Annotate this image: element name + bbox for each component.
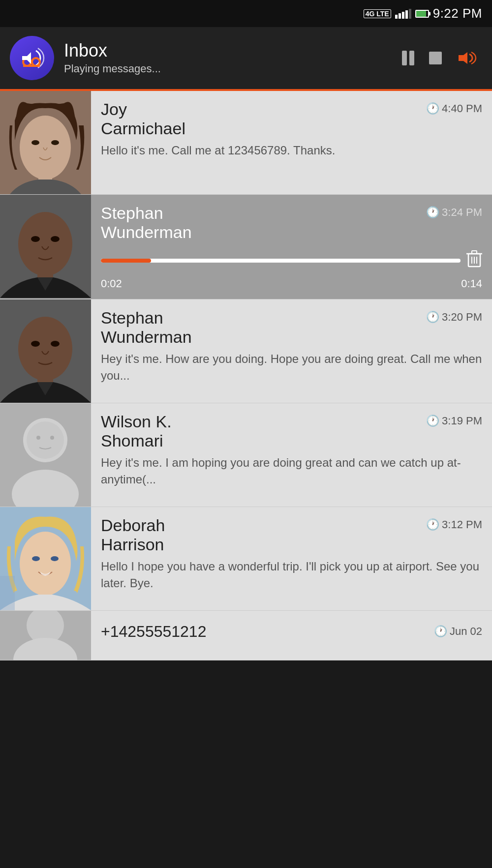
- playback-controls: [402, 49, 477, 67]
- current-time: 0:02: [101, 277, 122, 290]
- trash-icon: [466, 250, 482, 268]
- battery-icon: [415, 10, 429, 18]
- contact-photo: [0, 611, 91, 660]
- status-bar: 4G LTE 9:22 PM: [0, 0, 492, 27]
- svg-point-28: [27, 421, 64, 459]
- inbox-title: Inbox: [64, 41, 392, 60]
- sender-name: Wilson K.Shomari: [101, 412, 426, 450]
- svg-marker-4: [459, 52, 467, 64]
- unknown-avatar: [0, 611, 91, 660]
- message-content: DeborahHarrison 🕐 3:12 PM Hello I hope y…: [91, 507, 492, 610]
- sender-name: StephanWunderman: [101, 204, 426, 242]
- message-preview: Hello I hope you have a wonderful trip. …: [101, 558, 482, 591]
- playback-track[interactable]: [101, 259, 461, 263]
- message-time: 🕐 3:24 PM: [426, 206, 482, 219]
- signal-icon: [395, 9, 411, 19]
- message-item[interactable]: StephanWunderman 🕐 3:20 PM Hey it's me. …: [0, 299, 492, 403]
- svg-point-13: [51, 236, 60, 242]
- message-content: +14255551212 🕐 Jun 02: [91, 611, 492, 660]
- message-preview: Hello it's me. Call me at 123456789. Tha…: [101, 142, 482, 159]
- clock-icon: 🕐: [434, 625, 447, 638]
- svg-point-12: [31, 236, 40, 242]
- clock-icon: 🕐: [426, 311, 439, 324]
- sender-name: DeborahHarrison: [101, 516, 426, 554]
- message-preview: Hey it's me. I am hoping you are doing g…: [101, 454, 482, 487]
- sender-name: StephanWunderman: [101, 308, 426, 347]
- playback-progress: [101, 259, 151, 263]
- total-time: 0:14: [461, 277, 482, 290]
- svg-point-36: [51, 556, 59, 561]
- svg-rect-17: [472, 251, 477, 254]
- stephan-avatar-2: [0, 299, 91, 403]
- clock-icon: 🕐: [426, 518, 439, 531]
- contact-photo: [0, 91, 91, 194]
- message-content: Wilson K.Shomari 🕐 3:19 PM Hey it's me. …: [91, 403, 492, 507]
- svg-rect-38: [0, 576, 15, 610]
- message-list: JoyCarmichael 🕐 4:40 PM Hello it's me. C…: [0, 91, 492, 660]
- sender-name: +14255551212: [101, 623, 434, 641]
- svg-point-23: [31, 341, 40, 347]
- sender-name: JoyCarmichael: [101, 100, 426, 138]
- playing-subtitle: Playing messages...: [64, 62, 392, 75]
- wilson-avatar: [0, 403, 91, 507]
- delete-button[interactable]: [466, 250, 482, 271]
- message-content: JoyCarmichael 🕐 4:40 PM Hello it's me. C…: [91, 91, 492, 194]
- deborah-avatar: [0, 507, 91, 610]
- playback-times: 0:02 0:14: [101, 277, 482, 290]
- status-time: 9:22 PM: [433, 6, 482, 21]
- message-time: 🕐 Jun 02: [434, 625, 482, 638]
- contact-photo: [0, 403, 91, 507]
- app-logo: [10, 36, 54, 80]
- stop-button[interactable]: [429, 52, 442, 64]
- svg-point-35: [32, 556, 40, 561]
- pause-button[interactable]: [402, 51, 414, 65]
- svg-point-31: [36, 436, 40, 440]
- message-item[interactable]: JoyCarmichael 🕐 4:40 PM Hello it's me. C…: [0, 91, 492, 195]
- clock-icon: 🕐: [426, 415, 439, 427]
- voicemail-logo-icon: [17, 43, 47, 73]
- clock-icon: 🕐: [426, 206, 439, 219]
- message-preview: Hey it's me. How are you doing. Hope you…: [101, 351, 482, 384]
- svg-point-7: [31, 140, 39, 145]
- svg-point-8: [51, 140, 59, 145]
- message-content: StephanWunderman 🕐 3:20 PM Hey it's me. …: [91, 299, 492, 403]
- toolbar-title: Inbox Playing messages...: [64, 41, 392, 75]
- message-item[interactable]: DeborahHarrison 🕐 3:12 PM Hello I hope y…: [0, 507, 492, 611]
- clock-icon: 🕐: [426, 102, 439, 115]
- message-content: StephanWunderman 🕐 3:24 PM: [91, 195, 492, 299]
- message-item[interactable]: StephanWunderman 🕐 3:24 PM: [0, 195, 492, 299]
- playback-bar: [101, 250, 482, 271]
- svg-point-32: [50, 436, 54, 440]
- joy-avatar: [0, 91, 91, 194]
- message-time: 🕐 4:40 PM: [426, 102, 482, 115]
- svg-point-22: [18, 317, 72, 381]
- message-item[interactable]: Wilson K.Shomari 🕐 3:19 PM Hey it's me. …: [0, 403, 492, 507]
- message-time: 🕐 3:12 PM: [426, 518, 482, 531]
- svg-point-11: [18, 212, 72, 276]
- svg-point-24: [51, 341, 60, 347]
- contact-photo: [0, 299, 91, 403]
- contact-photo: [0, 507, 91, 610]
- stephan-avatar-1: [0, 195, 91, 298]
- svg-point-6: [20, 116, 71, 180]
- svg-point-34: [20, 532, 71, 596]
- message-time: 🕐 3:19 PM: [426, 415, 482, 427]
- status-icons: 4G LTE 9:22 PM: [364, 6, 482, 21]
- speaker-icon: [457, 49, 477, 67]
- speaker-button[interactable]: [457, 49, 477, 67]
- message-item[interactable]: +14255551212 🕐 Jun 02: [0, 611, 492, 660]
- message-time: 🕐 3:20 PM: [426, 311, 482, 324]
- lte-icon: 4G LTE: [364, 9, 391, 18]
- toolbar: Inbox Playing messages...: [0, 27, 492, 91]
- contact-photo: [0, 195, 91, 298]
